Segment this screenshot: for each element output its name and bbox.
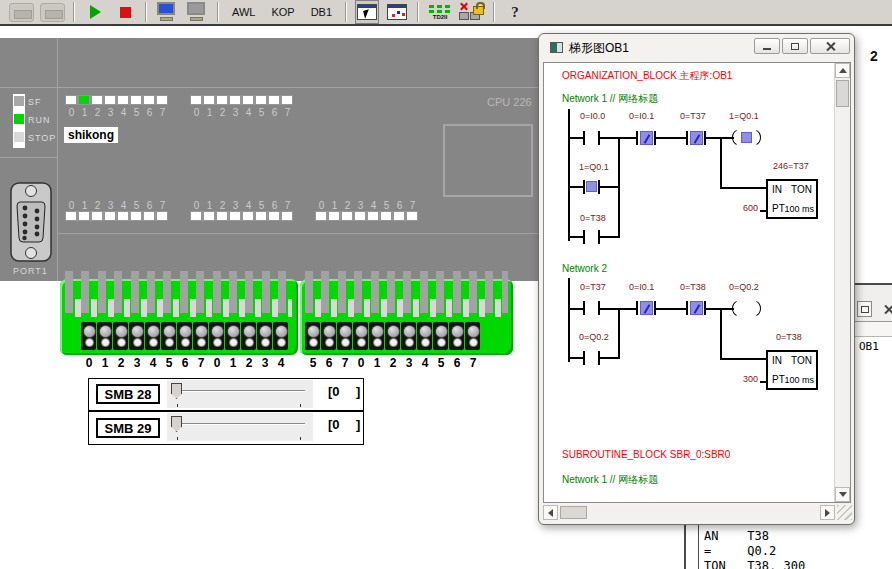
maximize-button[interactable]	[782, 38, 808, 54]
output-led	[342, 212, 352, 220]
switch-number: 2	[113, 356, 129, 370]
vscroll-thumb[interactable]	[836, 80, 849, 107]
timer-in-label: IN	[772, 184, 782, 195]
stop-icon	[120, 7, 131, 18]
switch-number: 1	[369, 356, 385, 370]
input-switch[interactable]	[449, 322, 464, 350]
input-switch[interactable]	[273, 322, 288, 350]
vertical-scrollbar[interactable]	[834, 63, 850, 502]
stop-label: STOP	[28, 133, 56, 143]
run-button[interactable]	[83, 0, 107, 24]
ladder-view: ORGANIZATION_BLOCK 主程序:OB1 Network 1 // …	[543, 62, 851, 503]
kop-button[interactable]: KOP	[266, 0, 299, 24]
io-number: 7	[406, 200, 419, 211]
timer-type-label: TON	[791, 184, 812, 195]
input-switch[interactable]	[465, 322, 480, 350]
input-switch[interactable]	[337, 322, 352, 350]
input-switch[interactable]	[161, 322, 176, 350]
io-number: 2	[91, 200, 104, 211]
hscroll-thumb[interactable]	[560, 506, 587, 519]
wire	[760, 381, 766, 383]
close-button[interactable]	[810, 38, 850, 54]
input-switch[interactable]	[385, 322, 400, 350]
program-window-button[interactable]	[355, 0, 379, 24]
input-terminal-block-1	[60, 279, 298, 355]
input-switch-row-2	[305, 322, 480, 350]
input-switch[interactable]	[241, 322, 256, 350]
sf-label: SF	[28, 97, 42, 107]
input-switch[interactable]	[401, 322, 416, 350]
input-switch[interactable]	[369, 322, 384, 350]
contact-bar	[636, 301, 638, 315]
input-switch[interactable]	[145, 322, 160, 350]
horizontal-scrollbar[interactable]	[543, 505, 835, 521]
io-number: 2	[216, 200, 229, 211]
input-switch[interactable]	[353, 322, 368, 350]
input-switch[interactable]	[81, 322, 96, 350]
input-switch[interactable]	[97, 322, 112, 350]
close-icon	[825, 41, 836, 52]
timer-branch-rail	[720, 138, 722, 188]
toolbar-separator	[345, 2, 347, 22]
input-switch[interactable]	[129, 322, 144, 350]
db1-button-label: DB1	[306, 6, 337, 18]
arrow-down-icon	[839, 492, 847, 497]
input-switch[interactable]	[177, 322, 192, 350]
stop-button[interactable]	[113, 0, 137, 24]
scroll-down-button[interactable]	[835, 487, 850, 502]
awl-restore-button[interactable]	[857, 301, 872, 317]
disabled-tool-button-2[interactable]	[40, 0, 65, 24]
input-led	[204, 96, 214, 104]
resize-grip[interactable]	[837, 505, 852, 520]
scroll-left-button[interactable]	[543, 505, 558, 520]
input-led	[243, 96, 253, 104]
input-switch[interactable]	[193, 322, 208, 350]
run-label: RUN	[28, 115, 51, 125]
io-number: 1	[78, 200, 91, 211]
page-number: 2	[870, 48, 878, 64]
contact-bar	[583, 301, 585, 315]
io-number: 5	[130, 200, 143, 211]
output-led	[368, 212, 378, 220]
input-switch[interactable]	[257, 322, 272, 350]
scroll-up-button[interactable]	[835, 63, 850, 78]
input-switch[interactable]	[433, 322, 448, 350]
td200-icon: TD2II	[427, 4, 453, 20]
contact-label-i01: 0=I0.1	[629, 282, 654, 292]
locked-blocks-button[interactable]	[459, 0, 485, 24]
monitor-gray-button[interactable]	[185, 0, 209, 24]
input-led	[269, 96, 279, 104]
db1-button[interactable]: DB1	[306, 0, 337, 24]
disabled-tool-button-1[interactable]	[9, 0, 34, 24]
output-led	[79, 212, 89, 220]
scroll-right-button[interactable]	[820, 505, 835, 520]
chart-window-button[interactable]	[385, 0, 409, 24]
switch-number: 6	[449, 356, 465, 370]
switch-number: 6	[321, 356, 337, 370]
help-button[interactable]: ?	[503, 0, 527, 24]
input-switch[interactable]	[321, 322, 336, 350]
awl-button[interactable]: AWL	[227, 0, 260, 24]
branch-contact-label-q02: 0=Q0.2	[579, 332, 609, 342]
coil-label-q01: 1=Q0.1	[729, 111, 759, 121]
wire	[600, 236, 618, 238]
smb29-track[interactable]	[176, 423, 305, 425]
input-switch[interactable]	[305, 322, 320, 350]
help-icon: ?	[511, 4, 519, 21]
monitor-color-button[interactable]	[155, 0, 179, 24]
input-switch[interactable]	[209, 322, 224, 350]
nc-contact-active	[690, 131, 703, 145]
input-switch[interactable]	[113, 322, 128, 350]
input-switch-row-1	[81, 322, 288, 350]
switch-number-row-2: 56701234567	[305, 356, 481, 370]
td200-button[interactable]: TD2II	[427, 0, 453, 24]
input-switch[interactable]	[417, 322, 432, 350]
wire	[568, 308, 583, 310]
smb29-slider-track-area[interactable]	[167, 413, 313, 441]
input-switch[interactable]	[225, 322, 240, 350]
smb28-slider-track-area[interactable]	[167, 380, 313, 408]
minimize-button[interactable]	[754, 38, 780, 54]
output-led	[191, 212, 201, 220]
timer-pt-label: PT	[772, 203, 785, 214]
smb28-track[interactable]	[176, 390, 305, 392]
